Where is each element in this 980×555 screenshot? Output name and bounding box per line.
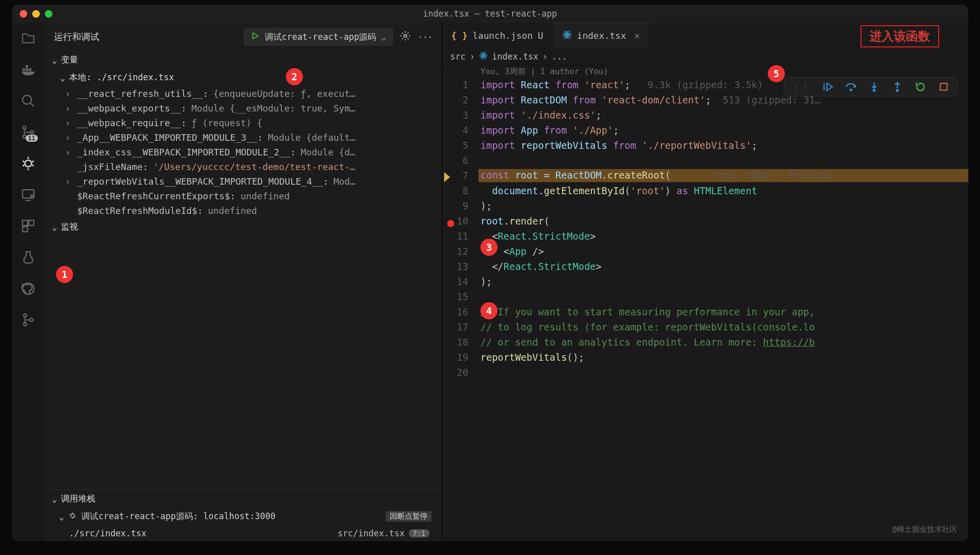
variables-tree: ›__react_refresh_utils__: {enqueueUpdate…: [45, 86, 442, 218]
window-controls: [20, 10, 52, 18]
bug-icon: [68, 511, 77, 522]
svg-rect-9: [23, 190, 34, 198]
breadcrumb[interactable]: src › index.tsx › ... ⋮⋮: [442, 48, 968, 66]
extensions-icon[interactable]: [20, 217, 37, 235]
svg-rect-3: [26, 65, 28, 68]
svg-rect-11: [23, 220, 28, 226]
annotation-4: 4: [480, 302, 498, 319]
svg-point-15: [24, 314, 27, 317]
variables-section[interactable]: ⌄ 变量: [45, 51, 442, 69]
paused-badge: 因断点暂停: [386, 511, 432, 522]
close-window[interactable]: [20, 10, 27, 18]
tab-label: launch.json: [473, 30, 533, 41]
activity-bar: 11: [12, 23, 45, 541]
explorer-icon[interactable]: [20, 30, 37, 47]
stack-thread[interactable]: ⌄ 调试creat-react-app源码: localhost:3000 因断…: [45, 508, 442, 525]
svg-point-18: [404, 34, 407, 37]
git-blame-hint: You, 3周前 | 1 author (You): [442, 67, 968, 77]
search-icon[interactable]: [20, 92, 37, 109]
variable-row[interactable]: $ReactRefreshCurrentExports$: undefined: [60, 189, 442, 203]
variable-row[interactable]: ›__webpack_exports__: Module {__esModule…: [60, 101, 442, 116]
variable-row[interactable]: ›_index_css__WEBPACK_IMPORTED_MODULE_2__…: [60, 145, 442, 159]
gear-icon[interactable]: [400, 30, 411, 43]
json-icon: { }: [451, 30, 468, 41]
crumb-src: src: [450, 51, 466, 62]
frame-pos: 7:1: [409, 529, 430, 537]
window-title: index.tsx — test-react-app: [423, 9, 557, 19]
svg-point-7: [30, 131, 33, 134]
variable-row[interactable]: ›__react_refresh_utils__: {enqueueUpdate…: [60, 86, 442, 101]
debug-config-selector[interactable]: 调试creat-react-app源码 ⌄: [244, 28, 393, 45]
chevron-down-icon: ⌄: [381, 32, 386, 42]
variables-label: 变量: [61, 54, 78, 66]
watch-section[interactable]: ⌄ 监视: [45, 218, 442, 236]
chevron-down-icon: ⌄: [52, 55, 57, 65]
svg-point-5: [23, 126, 26, 129]
github-icon[interactable]: [20, 280, 37, 297]
callstack-label: 调用堆栈: [61, 493, 95, 505]
annotation-2: 2: [286, 68, 303, 85]
variable-row[interactable]: ›_reportWebVitals__WEBPACK_IMPORTED_MODU…: [60, 174, 442, 189]
debug-config-label: 调试creat-react-app源码: [265, 31, 377, 43]
local-scope-label: 本地: ./src/index.tsx: [69, 72, 174, 83]
watch-label: 监视: [61, 221, 78, 233]
git-graph-icon[interactable]: [20, 311, 37, 328]
tab-launch-json[interactable]: { } launch.json U: [442, 23, 553, 48]
svg-point-4: [23, 95, 32, 104]
editor-tabs: { } launch.json U index.tsx ✕ 进入该函数: [442, 23, 968, 48]
tab-label: index.tsx: [577, 30, 627, 41]
modified-badge: U: [538, 30, 543, 41]
crumb-more: ...: [552, 51, 567, 62]
docker-icon[interactable]: [20, 61, 37, 78]
callstack-section: ⌄ 调用堆栈 ⌄ 调试creat-react-app源码: localhost:…: [45, 489, 442, 541]
variable-row[interactable]: $ReactRefreshModuleId$: undefined: [60, 203, 442, 218]
remote-icon[interactable]: [20, 186, 37, 203]
source-control-icon[interactable]: 11: [20, 124, 37, 141]
close-icon[interactable]: ✕: [634, 30, 640, 41]
chevron-down-icon: ⌄: [59, 512, 64, 522]
minimize-window[interactable]: [32, 10, 40, 18]
more-icon[interactable]: ···: [418, 32, 433, 42]
svg-point-19: [71, 514, 75, 518]
debug-header: 运行和调试 调试creat-react-app源码 ⌄ ···: [45, 23, 442, 51]
variable-row[interactable]: _jsxFileName: '/Users/yucccc/test-demo/t…: [60, 159, 442, 174]
annotation-3: 3: [480, 239, 498, 256]
titlebar: index.tsx — test-react-app: [12, 5, 968, 23]
editor: { } launch.json U index.tsx ✕ 进入该函数 src …: [442, 23, 968, 541]
local-scope[interactable]: ⌄ 本地: ./src/index.tsx: [45, 69, 442, 86]
frame-name: ./src/index.tsx: [69, 528, 147, 538]
chevron-down-icon: ⌄: [52, 222, 57, 232]
chevron-down-icon: ⌄: [60, 73, 65, 83]
start-debug-icon[interactable]: [251, 31, 260, 42]
react-icon: [562, 30, 572, 42]
svg-point-16: [24, 323, 27, 326]
zoom-window[interactable]: [45, 10, 52, 18]
svg-rect-0: [23, 69, 25, 71]
svg-point-8: [25, 160, 31, 166]
svg-point-24: [482, 55, 484, 57]
svg-rect-13: [23, 227, 28, 232]
frame-file: src/index.tsx: [338, 528, 405, 538]
variable-row[interactable]: ›_App__WEBPACK_IMPORTED_MODULE_3__: Modu…: [60, 130, 442, 145]
code-area[interactable]: You, 3周前 | 1 author (You) 1import React …: [442, 66, 968, 541]
svg-point-17: [30, 318, 33, 321]
debug-sidebar: 运行和调试 调试creat-react-app源码 ⌄ ··· ⌄ 变量: [45, 23, 442, 541]
crumb-file: index.tsx: [492, 51, 538, 62]
watermark: @稀土掘金技术社区: [892, 525, 957, 534]
callstack-header[interactable]: ⌄ 调用堆栈: [45, 490, 442, 508]
annotation-5: 5: [768, 65, 785, 82]
variable-row[interactable]: ›__webpack_require__: ƒ (request) {: [60, 116, 442, 130]
svg-point-20: [566, 34, 568, 35]
stack-thread-label: 调试creat-react-app源码: localhost:3000: [81, 511, 275, 522]
chevron-right-icon: ›: [470, 51, 475, 62]
stack-frame[interactable]: ./src/index.tsx src/index.tsx 7:1: [45, 525, 442, 541]
scm-badge: 11: [26, 135, 38, 142]
chevron-down-icon: ⌄: [52, 494, 57, 504]
svg-rect-12: [29, 220, 34, 226]
testing-icon[interactable]: [20, 249, 37, 266]
annotation-1: 1: [56, 266, 73, 283]
debug-icon[interactable]: [20, 155, 37, 172]
svg-point-10: [31, 195, 33, 197]
svg-rect-1: [26, 69, 28, 71]
tab-index-tsx[interactable]: index.tsx ✕: [553, 23, 649, 48]
